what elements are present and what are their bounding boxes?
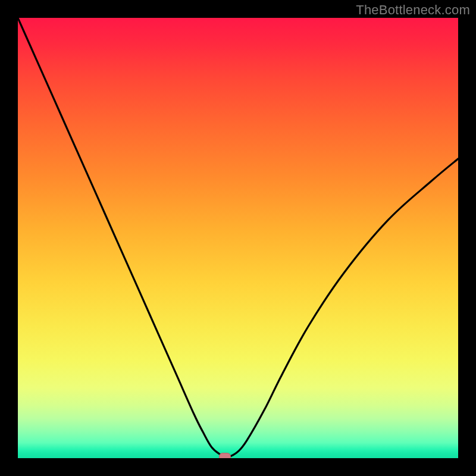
watermark-text: TheBottleneck.com bbox=[356, 2, 470, 18]
optimum-marker bbox=[219, 453, 231, 458]
curve-svg bbox=[18, 18, 458, 458]
bottleneck-curve-path bbox=[18, 18, 458, 458]
chart-frame: TheBottleneck.com bbox=[0, 0, 476, 476]
plot-area bbox=[18, 18, 458, 458]
